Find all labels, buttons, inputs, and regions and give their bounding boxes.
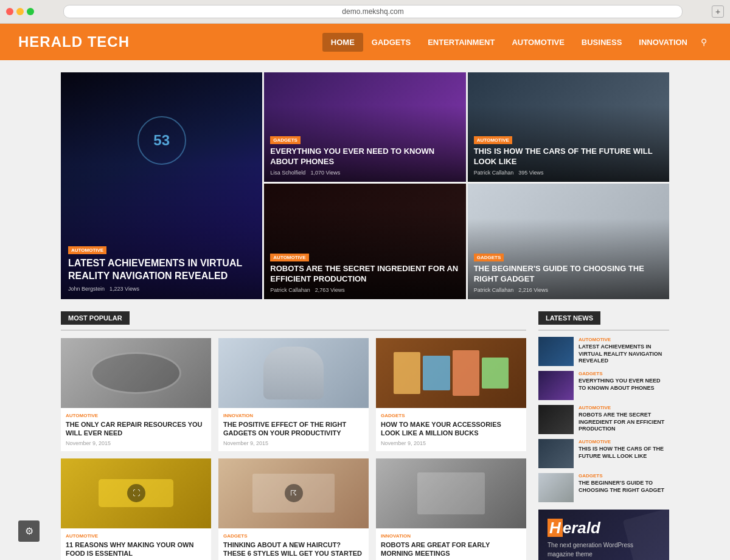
- hero-title-3: THIS IS HOW THE CARS OF THE FUTURE WILL …: [474, 147, 663, 167]
- url-text: demo.mekshq.com: [342, 7, 403, 16]
- news-category-5: GADGETS: [579, 473, 669, 479]
- browser-chrome: demo.mekshq.com +: [0, 0, 730, 24]
- card-haircut[interactable]: ☈ GADGETS THINKING ABOUT A NEW HAIRCUT? …: [218, 458, 369, 560]
- card-category-5: GADGETS: [223, 533, 364, 539]
- news-category-4: AUTOMOTIVE: [579, 439, 669, 444]
- promo-logo-letter: H: [548, 519, 563, 537]
- hero-category-1: GADGETS: [270, 136, 301, 144]
- hero-author-2: John Bergstein: [68, 286, 105, 292]
- promo-logo-rest: erald: [563, 519, 600, 537]
- hero-item-robot[interactable]: AUTOMOTIVE ROBOTS ARE THE SECRET INGREDI…: [264, 184, 465, 299]
- card-title-6: ROBOTS ARE GREAT FOR EARLY MORNING MEETI…: [381, 541, 521, 558]
- hero-author-4: Patrick Callahan: [270, 287, 310, 293]
- news-title-2: EVERYTHING YOU EVER NEED TO KNOWN ABOUT …: [579, 378, 669, 392]
- hero-category-4: AUTOMOTIVE: [270, 254, 308, 261]
- hero-author-1: Lisa Scholfield: [270, 170, 305, 176]
- close-button[interactable]: [6, 8, 13, 15]
- hero-views-3: 395 Views: [518, 170, 543, 176]
- site-header: HERALD TECH HOME GADGETS ENTERTAINMENT A…: [0, 24, 730, 60]
- card-category-4: AUTOMOTIVE: [66, 533, 206, 539]
- herald-promo: Herald The next generation WordPress mag…: [538, 510, 669, 560]
- main-wrapper: GADGETS EVERYTHING YOU EVER NEED TO KNOW…: [0, 60, 730, 560]
- hero-category-5: GADGETS: [474, 254, 504, 261]
- card-date-3: November 9, 2015: [381, 440, 521, 446]
- card-morning[interactable]: INNOVATION ROBOTS ARE GREAT FOR EARLY MO…: [376, 458, 526, 560]
- hero-title-5: THE BEGINNER'S GUIDE TO CHOOSING THE RIG…: [474, 264, 663, 285]
- content-area: GADGETS EVERYTHING YOU EVER NEED TO KNOW…: [61, 60, 669, 560]
- traffic-lights: [6, 8, 34, 15]
- nav-gadgets[interactable]: GADGETS: [363, 33, 419, 52]
- card-car-repair[interactable]: AUTOMOTIVE THE ONLY CAR REPAIR RESOURCES…: [61, 338, 211, 451]
- hero-views-1: 1,070 Views: [310, 170, 340, 176]
- most-popular-title: MOST POPULAR: [61, 311, 130, 325]
- card-title-3: HOW TO MAKE YOUR ACCESSORIES LOOK LIKE A…: [381, 420, 521, 438]
- hero-item-vr[interactable]: 53 AUTOMOTIVE LATEST ACHIEVEMENTS IN VIR…: [61, 72, 262, 299]
- card-robot-bust[interactable]: INNOVATION THE POSITIVE EFFECT OF THE RI…: [218, 338, 369, 451]
- news-category-2: GADGETS: [579, 371, 669, 376]
- card-category-2: INNOVATION: [223, 413, 364, 418]
- hero-grid: GADGETS EVERYTHING YOU EVER NEED TO KNOW…: [61, 72, 669, 299]
- hero-item-phones[interactable]: GADGETS EVERYTHING YOU EVER NEED TO KNOW…: [264, 72, 465, 182]
- nav-business[interactable]: BUSINESS: [573, 33, 630, 52]
- card-title-5: THINKING ABOUT A NEW HAIRCUT? THESE 6 ST…: [223, 541, 364, 558]
- card-tablets[interactable]: GADGETS HOW TO MAKE YOUR ACCESSORIES LOO…: [376, 338, 526, 451]
- card-food[interactable]: ⛶ AUTOMOTIVE 11 REASONS WHY MAKING YOUR …: [61, 458, 211, 560]
- latest-news-header: LATEST NEWS: [538, 311, 669, 331]
- news-title-1: LATEST ACHIEVEMENTS IN VIRTUAL REALITY N…: [579, 344, 669, 365]
- card-title-4: 11 REASONS WHY MAKING YOUR OWN FOOD IS E…: [66, 541, 206, 558]
- hero-item-gadget[interactable]: GADGETS THE BEGINNER'S GUIDE TO CHOOSING…: [468, 184, 669, 299]
- search-icon[interactable]: ⚲: [696, 32, 712, 52]
- card-category-6: INNOVATION: [381, 533, 521, 539]
- hero-author-3: Patrick Callahan: [474, 170, 514, 176]
- news-item-3[interactable]: AUTOMOTIVE ROBOTS ARE THE SECRET INGREDI…: [538, 405, 669, 434]
- hero-title-1: EVERYTHING YOU EVER NEED TO KNOWN ABOUT …: [270, 147, 459, 167]
- nav-home[interactable]: HOME: [322, 33, 363, 52]
- news-item-4[interactable]: AUTOMOTIVE THIS IS HOW THE CARS OF THE F…: [538, 439, 669, 468]
- hero-title-4: ROBOTS ARE THE SECRET INGREDIENT FOR AN …: [270, 264, 459, 285]
- sidebar: LATEST NEWS AUTOMOTIVE LATEST ACHIEVEMEN…: [538, 311, 669, 560]
- news-title-4: THIS IS HOW THE CARS OF THE FUTURE WILL …: [579, 446, 669, 460]
- nav-innovation[interactable]: INNOVATION: [630, 33, 696, 52]
- card-category-1: AUTOMOTIVE: [66, 413, 206, 418]
- most-popular-header: MOST POPULAR: [61, 311, 526, 331]
- hero-views-5: 2,216 Views: [518, 287, 548, 293]
- site-nav: HOME GADGETS ENTERTAINMENT AUTOMOTIVE BU…: [322, 32, 712, 52]
- bottom-layout: MOST POPULAR AUTOMOTIVE THE ONLY CAR REP…: [61, 311, 669, 560]
- news-category-3: AUTOMOTIVE: [579, 405, 669, 410]
- nav-entertainment[interactable]: ENTERTAINMENT: [419, 33, 503, 52]
- address-bar[interactable]: demo.mekshq.com: [63, 5, 683, 18]
- site-logo: HERALD TECH: [18, 33, 130, 50]
- news-title-5: THE BEGINNER'S GUIDE TO CHOOSING THE RIG…: [579, 480, 669, 494]
- hero-category-2: AUTOMOTIVE: [68, 246, 106, 254]
- minimize-button[interactable]: [16, 8, 24, 15]
- card-row-2: ⛶ AUTOMOTIVE 11 REASONS WHY MAKING YOUR …: [61, 458, 526, 560]
- card-category-3: GADGETS: [381, 413, 521, 418]
- news-item-2[interactable]: GADGETS EVERYTHING YOU EVER NEED TO KNOW…: [538, 371, 669, 400]
- latest-news-title: LATEST NEWS: [538, 311, 600, 325]
- hero-category-3: AUTOMOTIVE: [474, 136, 512, 144]
- card-title-2: THE POSITIVE EFFECT OF THE RIGHT GADGETS…: [223, 420, 364, 438]
- card-row-1: AUTOMOTIVE THE ONLY CAR REPAIR RESOURCES…: [61, 338, 526, 451]
- hero-views-2: 1,223 Views: [109, 286, 139, 292]
- maximize-button[interactable]: [27, 8, 34, 15]
- hero-author-5: Patrick Callahan: [474, 287, 514, 293]
- settings-button[interactable]: ⚙: [18, 520, 40, 542]
- new-tab-button[interactable]: +: [712, 5, 724, 18]
- card-date-2: November 9, 2015: [223, 440, 364, 446]
- hero-item-car[interactable]: AUTOMOTIVE THIS IS HOW THE CARS OF THE F…: [468, 72, 669, 182]
- card-title-1: THE ONLY CAR REPAIR RESOURCES YOU WILL E…: [66, 420, 206, 438]
- hero-title-2: LATEST ACHIEVEMENTS IN VIRTUAL REALITY N…: [68, 257, 255, 283]
- nav-automotive[interactable]: AUTOMOTIVE: [503, 33, 572, 52]
- news-category-1: AUTOMOTIVE: [579, 337, 669, 342]
- news-title-3: ROBOTS ARE THE SECRET INGREDIENT FOR AN …: [579, 412, 669, 433]
- main-column: MOST POPULAR AUTOMOTIVE THE ONLY CAR REP…: [61, 311, 526, 560]
- card-date-1: November 9, 2015: [66, 440, 206, 446]
- hero-views-4: 2,763 Views: [315, 287, 345, 293]
- news-item-1[interactable]: AUTOMOTIVE LATEST ACHIEVEMENTS IN VIRTUA…: [538, 337, 669, 366]
- news-item-5[interactable]: GADGETS THE BEGINNER'S GUIDE TO CHOOSING…: [538, 473, 669, 502]
